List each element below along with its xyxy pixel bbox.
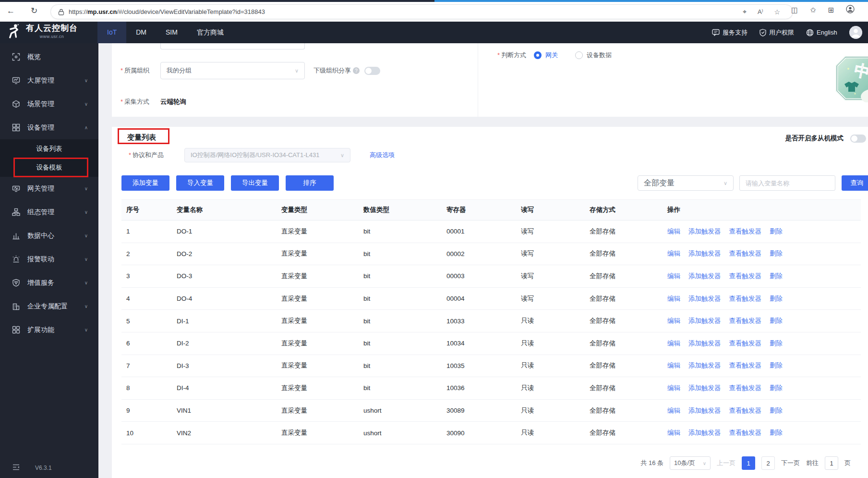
protocol-select[interactable]: IO控制器/网络IO控制器/USR-IO34-CAT1-L431 ∨	[184, 148, 350, 162]
sidebar-item-报警联动[interactable]: 报警联动∨	[0, 247, 98, 271]
lock-icon[interactable]	[58, 9, 64, 15]
prev-page-button[interactable]: 上一页	[717, 459, 735, 467]
action-link-删除[interactable]: 删除	[770, 272, 783, 280]
action-link-删除[interactable]: 删除	[770, 362, 783, 369]
page-size-select[interactable]: 10条/页 ∨	[670, 456, 711, 470]
share-toggle[interactable]	[364, 67, 380, 75]
action-link-查看触发器[interactable]: 查看触发器	[729, 295, 762, 302]
help-icon[interactable]: ?	[353, 67, 360, 74]
read-aloud-icon[interactable]: A)	[758, 8, 763, 15]
action-link-查看触发器[interactable]: 查看触发器	[729, 317, 762, 324]
page-number-1[interactable]: 1	[742, 456, 755, 470]
button-导出变量[interactable]: 导出变量	[231, 175, 279, 191]
radio-gateway-label[interactable]: 网关	[545, 51, 558, 60]
back-icon[interactable]: ←	[7, 6, 15, 16]
variable-type-filter[interactable]: 全部变量 ∨	[638, 175, 734, 191]
tab-IoT[interactable]: IoT	[97, 22, 126, 43]
action-link-查看触发器[interactable]: 查看触发器	[729, 429, 762, 436]
tab-DM[interactable]: DM	[126, 22, 156, 43]
tab-SIM[interactable]: SIM	[156, 22, 187, 43]
action-link-添加触发器[interactable]: 添加触发器	[688, 317, 721, 324]
action-link-查看触发器[interactable]: 查看触发器	[729, 407, 762, 414]
query-button[interactable]: 查询	[842, 175, 868, 191]
action-link-添加触发器[interactable]: 添加触发器	[688, 384, 721, 392]
sidebar-item-大屏管理[interactable]: 大屏管理∨	[0, 69, 98, 92]
action-link-查看触发器[interactable]: 查看触发器	[729, 272, 762, 280]
action-link-编辑[interactable]: 编辑	[667, 317, 680, 324]
advanced-options-link[interactable]: 高级选项	[370, 151, 395, 159]
nav-item-language[interactable]: English	[806, 29, 837, 37]
radio-gateway[interactable]	[534, 51, 542, 59]
action-link-添加触发器[interactable]: 添加触发器	[688, 340, 721, 347]
action-link-编辑[interactable]: 编辑	[667, 407, 680, 414]
action-link-编辑[interactable]: 编辑	[667, 295, 680, 302]
action-link-编辑[interactable]: 编辑	[667, 228, 680, 235]
goto-page-input[interactable]	[825, 456, 838, 470]
action-link-删除[interactable]: 删除	[770, 429, 783, 436]
variable-search-input[interactable]	[739, 175, 835, 191]
action-link-添加触发器[interactable]: 添加触发器	[688, 272, 721, 280]
multi-slave-toggle[interactable]	[850, 135, 866, 143]
action-link-删除[interactable]: 删除	[770, 228, 783, 235]
action-link-编辑[interactable]: 编辑	[667, 340, 680, 347]
button-添加变量[interactable]: 添加变量	[121, 175, 169, 191]
sidebar-subitem-设备列表[interactable]: 设备列表	[0, 139, 98, 158]
nav-item-permission[interactable]: 用户权限	[760, 28, 794, 37]
sidebar-item-增值服务[interactable]: 增值服务∨	[0, 271, 98, 294]
sidebar-item-网关管理[interactable]: 网关管理∨	[0, 177, 98, 200]
sidebar-item-数据中心[interactable]: 数据中心∨	[0, 224, 98, 247]
action-link-添加触发器[interactable]: 添加触发器	[688, 407, 721, 414]
action-link-删除[interactable]: 删除	[770, 317, 783, 324]
refresh-icon[interactable]: ↻	[31, 6, 37, 16]
action-link-添加触发器[interactable]: 添加触发器	[688, 228, 721, 235]
action-link-查看触发器[interactable]: 查看触发器	[729, 340, 762, 347]
radio-device-data-label[interactable]: 设备数据	[587, 51, 612, 60]
collapse-sidebar-icon[interactable]	[12, 464, 20, 472]
action-link-删除[interactable]: 删除	[770, 384, 783, 392]
address-bar[interactable]: https://mp.usr.cn/#/cloud/device/ViewEdi…	[50, 4, 793, 19]
hub-favorites-icon[interactable]: ✩	[810, 6, 816, 14]
page-number-2[interactable]: 2	[761, 456, 775, 470]
org-select[interactable]: 我的分组 ∨	[160, 62, 305, 79]
template-name-input-partial[interactable]	[160, 43, 305, 49]
action-link-删除[interactable]: 删除	[770, 250, 783, 257]
tab-官方商城[interactable]: 官方商城	[187, 22, 233, 43]
sidebar-item-概览[interactable]: 概览	[0, 45, 98, 69]
action-link-删除[interactable]: 删除	[770, 407, 783, 414]
action-link-添加触发器[interactable]: 添加触发器	[688, 250, 721, 257]
split-screen-icon[interactable]: ◫	[791, 6, 798, 14]
brand-logo[interactable]: 有人云控制台 www.usr.cn	[7, 23, 78, 39]
action-link-删除[interactable]: 删除	[770, 340, 783, 347]
action-link-查看触发器[interactable]: 查看触发器	[729, 362, 762, 369]
sidebar-item-设备管理[interactable]: 设备管理∧	[0, 116, 98, 139]
collections-icon[interactable]: ⊞	[828, 6, 834, 14]
url-text[interactable]: https://mp.usr.cn/#/cloud/device/ViewEdi…	[69, 8, 265, 15]
button-导入变量[interactable]: 导入变量	[176, 175, 224, 191]
sidebar-item-扩展功能[interactable]: 扩展功能∨	[0, 318, 98, 342]
sidebar-subitem-设备模板[interactable]: 设备模板	[0, 158, 98, 177]
sidebar-item-组态管理[interactable]: 组态管理∨	[0, 200, 98, 224]
action-link-查看触发器[interactable]: 查看触发器	[729, 384, 762, 392]
promo-tile-widget[interactable]: 中	[834, 54, 868, 102]
action-link-删除[interactable]: 删除	[770, 295, 783, 302]
action-link-添加触发器[interactable]: 添加触发器	[688, 429, 721, 436]
action-link-编辑[interactable]: 编辑	[667, 429, 680, 436]
location-icon[interactable]: ⌖	[743, 8, 747, 16]
button-排序[interactable]: 排序	[286, 175, 334, 191]
action-link-添加触发器[interactable]: 添加触发器	[688, 295, 721, 302]
action-link-添加触发器[interactable]: 添加触发器	[688, 362, 721, 369]
sidebar-item-企业专属配置[interactable]: 企业专属配置∨	[0, 294, 98, 318]
action-link-查看触发器[interactable]: 查看触发器	[729, 250, 762, 257]
user-avatar[interactable]	[849, 26, 862, 39]
action-link-编辑[interactable]: 编辑	[667, 272, 680, 280]
radio-device-data[interactable]	[575, 51, 583, 59]
favorite-star-icon[interactable]: ☆	[774, 8, 780, 16]
next-page-button[interactable]: 下一页	[781, 459, 800, 467]
action-link-查看触发器[interactable]: 查看触发器	[729, 228, 762, 235]
sidebar-item-场景管理[interactable]: 场景管理∨	[0, 92, 98, 116]
browser-profile-icon[interactable]	[846, 5, 855, 15]
nav-item-support[interactable]: 服务支持	[712, 28, 747, 37]
action-link-编辑[interactable]: 编辑	[667, 362, 680, 369]
action-link-编辑[interactable]: 编辑	[667, 384, 680, 392]
action-link-编辑[interactable]: 编辑	[667, 250, 680, 257]
